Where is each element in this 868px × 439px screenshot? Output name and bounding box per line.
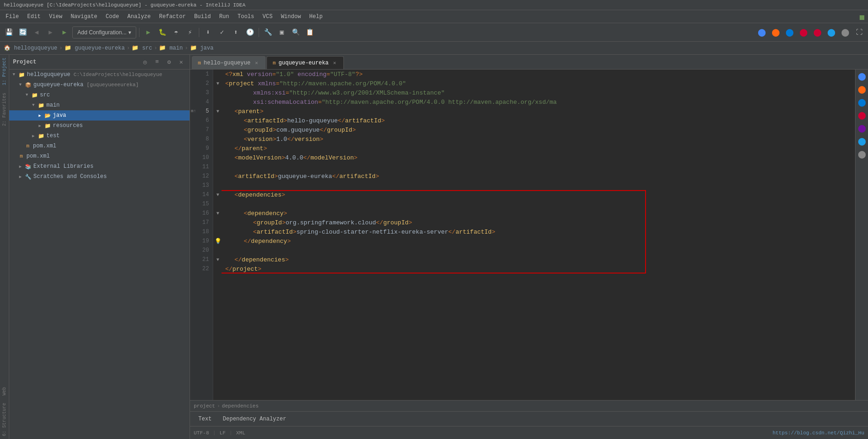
- fold-5[interactable]: ▼: [214, 107, 222, 116]
- bottom-tab-text[interactable]: Text: [194, 414, 216, 424]
- breadcrumb-main[interactable]: 📁 main: [159, 45, 183, 51]
- sync-button[interactable]: 🔄: [17, 26, 29, 38]
- breadcrumb-java[interactable]: 📁 java: [190, 45, 214, 51]
- right-panel-alt[interactable]: ⬤: [857, 149, 867, 159]
- vcs-push-button[interactable]: ⬆: [230, 26, 242, 38]
- menu-build[interactable]: Build: [190, 12, 215, 21]
- code-breadcrumb-dependencies[interactable]: dependencies: [222, 403, 259, 409]
- menu-file[interactable]: File: [2, 12, 23, 21]
- menu-run[interactable]: Run: [215, 12, 233, 21]
- coverage-button[interactable]: ☂: [170, 26, 182, 38]
- menu-window[interactable]: Window: [277, 12, 304, 21]
- tree-root[interactable]: ▼ 📁 helloguqueyue C:\IdeaProjects\hellog…: [9, 70, 190, 80]
- tree-java[interactable]: ▶ 📂 java: [9, 110, 190, 121]
- ln-19: 19: [190, 236, 213, 246]
- close-panel-button[interactable]: ✕: [177, 57, 186, 67]
- menu-vcs[interactable]: VCS: [259, 12, 277, 21]
- toolbar-sep-3: [259, 28, 259, 37]
- tree-ext-libs[interactable]: ▶ 📚 External Libraries: [9, 161, 190, 172]
- menu-edit[interactable]: Edit: [24, 12, 44, 21]
- right-panel-chrome[interactable]: ⬤: [857, 71, 867, 82]
- ln-15: 15: [190, 199, 213, 209]
- code-editor[interactable]: <?xml version="1.0" encoding="UTF-8"?> <…: [222, 70, 855, 400]
- fold-2[interactable]: ▼: [214, 79, 222, 88]
- settings-button[interactable]: 🔧: [262, 26, 274, 38]
- tree-main[interactable]: ▼ 📁 main: [9, 100, 190, 110]
- menu-navigate[interactable]: Navigate: [67, 12, 101, 21]
- breadcrumb-src[interactable]: 📁 src: [132, 45, 152, 51]
- collapse-all-button[interactable]: ≡: [152, 57, 162, 67]
- another-browser-icon[interactable]: ⬤: [839, 26, 851, 38]
- tab-eureka-close[interactable]: ✕: [331, 60, 338, 66]
- settings-panel-button[interactable]: ⚙: [165, 57, 174, 67]
- bottom-tabs: Text Dependency Analyzer: [190, 411, 868, 426]
- menu-analyze[interactable]: Analyze: [124, 12, 154, 21]
- tree-src[interactable]: ▼ 📁 src: [9, 90, 190, 100]
- tab-eureka[interactable]: m guqueyue-eureka ✕: [266, 56, 344, 69]
- lightbulb-19[interactable]: 💡: [214, 236, 222, 246]
- menu-help[interactable]: Help: [305, 12, 326, 21]
- opera-icon[interactable]: ⬤: [798, 26, 810, 38]
- run-button[interactable]: ▶: [142, 26, 154, 38]
- side-label-favorites[interactable]: 2: Favorites: [1, 90, 8, 129]
- code-line-12: <artifactId>guqueyue-eureka</artifactId>: [225, 172, 851, 181]
- fold-14[interactable]: ▼: [214, 190, 222, 199]
- vcs-update-button[interactable]: ⬇: [202, 26, 214, 38]
- menu-refactor[interactable]: Refactor: [155, 12, 190, 21]
- bottom-tab-dependency[interactable]: Dependency Analyzer: [218, 414, 291, 424]
- remote-button[interactable]: 📋: [304, 26, 316, 38]
- code-line-16: <dependency>: [225, 209, 851, 218]
- fold-16[interactable]: ▼: [214, 209, 222, 218]
- tree-resources[interactable]: ▶ 📁 resources: [9, 121, 190, 131]
- right-panel-ie[interactable]: ⬤: [857, 136, 867, 146]
- run-previous-button[interactable]: ▶: [58, 26, 70, 38]
- debug-button[interactable]: 🐛: [156, 26, 168, 38]
- safari-icon[interactable]: ⬤: [825, 26, 837, 38]
- right-panel-yahoo[interactable]: ⬤: [857, 123, 867, 134]
- chrome-icon[interactable]: ⬤: [756, 26, 768, 38]
- breadcrumb-root[interactable]: 🏠 helloguqueyue: [4, 45, 57, 51]
- tab-hello-close[interactable]: ✕: [253, 60, 260, 66]
- terminal-button[interactable]: ▣: [276, 26, 288, 38]
- ie-icon[interactable]: ⬤: [811, 26, 824, 38]
- search-button[interactable]: 🔍: [290, 26, 302, 38]
- back-button[interactable]: ◀: [31, 26, 43, 38]
- fold-21[interactable]: ▼: [214, 255, 222, 264]
- ln-7: 7: [190, 125, 213, 134]
- side-label-project[interactable]: 1: Project: [1, 55, 8, 88]
- ln-6: 6: [190, 116, 213, 125]
- menu-tools[interactable]: Tools: [234, 12, 258, 21]
- side-label-web[interactable]: Web: [1, 384, 8, 398]
- tree-test[interactable]: ▶ 📁 test: [9, 131, 190, 141]
- ln-17: 17: [190, 218, 213, 227]
- menu-view[interactable]: View: [45, 12, 66, 21]
- breadcrumb-module[interactable]: 📁 guqueyue-eureka: [64, 45, 125, 51]
- ln-1: 1: [190, 70, 213, 79]
- tree-module-eureka[interactable]: ▼ 📦 guqueyue-eureka [guqueyueeeureka]: [9, 80, 190, 90]
- side-label-structure[interactable]: 6: Structure: [1, 400, 8, 439]
- right-panel-opera[interactable]: ⬤: [857, 110, 867, 121]
- code-line-5: <parent>: [225, 107, 851, 116]
- forward-button[interactable]: ▶: [44, 26, 57, 38]
- save-all-button[interactable]: 💾: [3, 26, 15, 38]
- tree-pom-root[interactable]: m pom.xml: [9, 151, 190, 161]
- expand-button[interactable]: ⛶: [853, 26, 865, 38]
- code-breadcrumb-project[interactable]: project: [194, 403, 215, 409]
- firefox-icon[interactable]: ⬤: [770, 26, 782, 38]
- tree-scratches[interactable]: ▶ 🔧 Scratches and Consoles: [9, 172, 190, 182]
- tab-hello[interactable]: m hello-guqueyue ✕: [192, 56, 266, 69]
- status-link[interactable]: https://blog.csdn.net/Qizhi_Hu: [773, 430, 864, 436]
- status-line-separator: LF: [220, 430, 226, 436]
- tree-resources-label: resources: [53, 122, 83, 129]
- vcs-commit-button[interactable]: ✓: [216, 26, 228, 38]
- edge-icon[interactable]: ⬤: [784, 26, 796, 38]
- code-line-3: xmlns:xsi="http://www.w3.org/2001/XMLSch…: [225, 88, 851, 97]
- vcs-history-button[interactable]: 🕐: [244, 26, 256, 38]
- profile-button[interactable]: ⚡: [184, 26, 196, 38]
- tree-pom-module[interactable]: m pom.xml: [9, 141, 190, 151]
- locate-file-button[interactable]: ◎: [140, 57, 150, 67]
- menu-code[interactable]: Code: [102, 12, 123, 21]
- right-panel-edge[interactable]: ⬤: [857, 97, 867, 108]
- right-panel-firefox[interactable]: ⬤: [857, 84, 867, 95]
- add-config-button[interactable]: Add Configuration... ▾: [72, 26, 136, 38]
